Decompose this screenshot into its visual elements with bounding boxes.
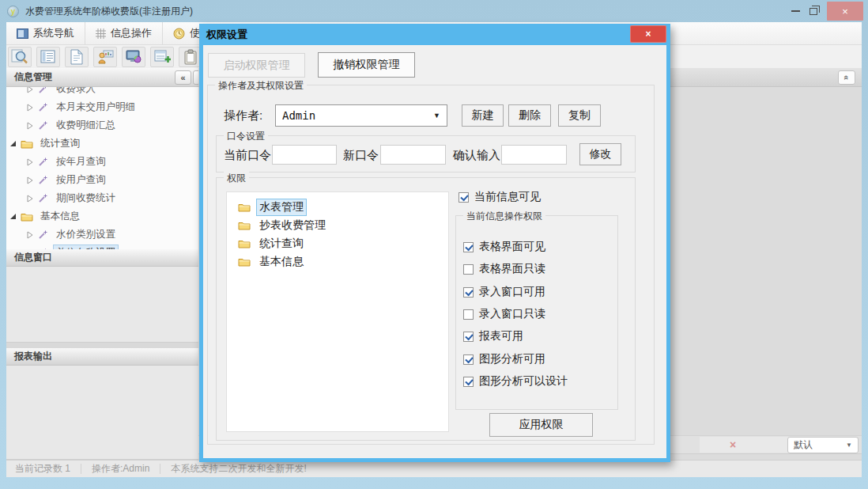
restore-button[interactable] [810,8,817,15]
dialog-titlebar[interactable]: 权限设置 × [203,24,666,45]
perm-tree-label[interactable]: 抄表收费管理 [256,217,329,234]
section-header-info-window[interactable]: 信息窗口 [6,249,198,267]
section-header-report-output[interactable]: 报表输出 [6,348,198,366]
tree-item[interactable]: 按年月查询 [6,153,198,171]
expander-expanded-icon[interactable] [9,140,17,147]
tree-folder-label[interactable]: 统计查询 [37,135,83,152]
expander-expanded-icon[interactable] [9,213,17,220]
modify-password-button[interactable]: 修改 [579,143,621,165]
expander-icon[interactable] [27,158,33,166]
checkbox-icon[interactable] [463,264,474,275]
perm-tree-label[interactable]: 基本信息 [256,253,307,271]
tree-folder-label[interactable]: 基本信息 [37,208,83,225]
perm-tree-label[interactable]: 水表管理 [256,199,307,216]
minimize-button[interactable] [791,10,800,12]
expander-icon[interactable] [27,195,33,203]
tab-info-operation[interactable]: 信息操作 [85,22,162,44]
grid-readonly-checkbox[interactable]: 表格界面只读 [463,262,545,276]
checkbox-icon[interactable] [463,309,474,320]
permission-tree: 水表管理 抄表收费管理 统计查询 基本信息 [226,191,449,432]
checkbox-icon[interactable] [463,354,474,365]
folder-icon [238,220,251,230]
entry-window-enabled-checkbox[interactable]: 录入窗口可用 [463,285,545,299]
expander-icon[interactable] [27,176,33,184]
preset-select[interactable]: 默认 ▼ [787,437,859,453]
tree-item-label[interactable]: 收费录入 [53,87,99,97]
collapse-sidebar-button[interactable]: « [175,70,191,85]
copy-operator-button[interactable]: 复制 [558,104,601,127]
status-message: 本系统支持二次开发和全新开发! [171,462,306,476]
tree-folder[interactable]: 基本信息 [6,207,198,226]
perm-tree-item[interactable]: 统计查询 [227,234,448,252]
tree-item[interactable]: 期间收费统计 [6,189,198,207]
operator-group-label: 操作者及其权限设置 [215,79,307,93]
tree-item-label[interactable]: 水价类别设置 [53,226,119,243]
wand-icon [38,193,48,203]
report-enabled-checkbox[interactable]: 报表可用 [463,329,523,343]
tree-item[interactable]: 收费录入 [6,87,198,98]
tree-item[interactable]: 按用户查询 [6,171,198,189]
tab-system-navigation[interactable]: 系统导航 [6,22,85,44]
expander-icon[interactable] [27,104,33,112]
section-title: 信息窗口 [14,251,52,264]
checkbox-icon[interactable] [463,287,474,298]
chart-design-checkbox[interactable]: 图形分析可以设计 [463,374,568,389]
expander-icon[interactable] [27,87,33,93]
new-page-icon [70,49,84,65]
revoke-permission-button[interactable]: 撤销权限管理 [318,52,415,78]
perm-tree-item[interactable]: 水表管理 [227,198,448,216]
tree-item-label[interactable]: 收费明细汇总 [53,117,119,134]
tree-item[interactable]: 水价类别设置 [6,226,198,244]
perm-tree-item[interactable]: 抄表收费管理 [227,216,448,234]
operation-rights-label: 当前信息操作权限 [463,210,545,223]
tree-item-label[interactable]: 本月未交用户明细 [53,99,138,116]
expander-icon[interactable] [27,231,33,239]
report-list-button[interactable] [36,47,60,67]
checkbox-label: 图形分析可用 [479,352,545,366]
grid-visible-checkbox[interactable]: 表格界面可见 [463,240,545,254]
user-chart-button[interactable] [93,47,117,67]
new-page-button[interactable] [65,47,89,67]
tree-item[interactable]: 本月未交用户明细 [6,98,198,116]
section-header-info-manage: 信息管理 « + [6,68,198,87]
form-add-button[interactable] [150,47,174,67]
form-add-icon [154,49,171,64]
tree-item[interactable]: 收费明细汇总 [6,116,198,135]
info-manage-tree: 收费录入 本月未交用户明细 收费明细汇总 统计查询 [6,87,198,249]
enable-permission-button[interactable]: 启动权限管理 [208,53,305,78]
status-separator [81,464,81,474]
perm-tree-item[interactable]: 基本信息 [227,252,448,271]
splitter[interactable] [6,343,198,348]
expander-icon[interactable] [27,122,33,130]
new-password-field[interactable] [380,145,446,165]
pin-sidebar-button[interactable]: + [193,70,198,85]
tree-item-label[interactable]: 按年月查询 [53,154,109,170]
tree-item-label[interactable]: 按用户查询 [53,172,109,188]
tree-item-selected[interactable]: 单位名称设置 [6,244,198,249]
operator-select[interactable]: Admin ▼ [275,104,447,127]
expand-panel-button[interactable]: « [838,70,855,85]
tree-folder[interactable]: 统计查询 [6,135,198,153]
search-button[interactable] [8,47,32,67]
delete-operator-button[interactable]: 删除 [508,104,551,127]
perm-tree-label[interactable]: 统计查询 [256,235,307,252]
confirm-password-label: 确认输入 [453,148,500,163]
new-operator-button[interactable]: 新建 [462,104,504,127]
dialog-close-button[interactable]: × [630,25,666,43]
apply-permission-button[interactable]: 应用权限 [489,413,593,437]
checkbox-icon[interactable] [463,332,474,342]
confirm-password-field[interactable] [501,145,567,165]
clear-filter-icon[interactable]: × [730,439,736,450]
wand-icon [38,120,48,131]
checkbox-icon[interactable] [459,192,469,203]
tree-item-label[interactable]: 期间收费统计 [53,190,119,207]
checkbox-icon[interactable] [463,242,474,252]
dialog-body: 启动权限管理 撤销权限管理 操作者及其权限设置 操作者: Admin ▼ 新建 … [203,45,666,458]
chart-enabled-checkbox[interactable]: 图形分析可用 [463,352,545,366]
monitor-view-button[interactable] [122,47,145,67]
entry-window-readonly-checkbox[interactable]: 录入窗口只读 [463,307,545,321]
current-password-field[interactable] [272,145,337,165]
close-window-button[interactable]: × [827,2,863,21]
current-info-visible-checkbox[interactable]: 当前信息可见 [459,190,541,204]
checkbox-icon[interactable] [463,377,474,387]
